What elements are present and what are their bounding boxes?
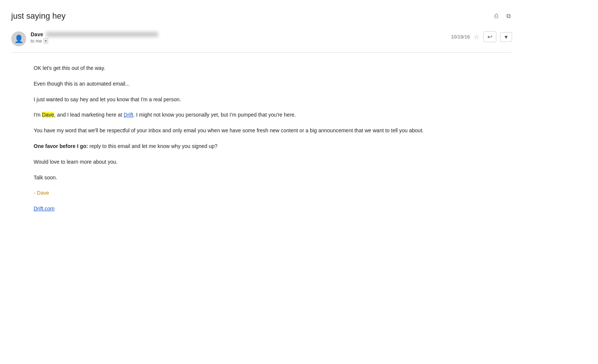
print-icon: ⎙ bbox=[494, 13, 498, 19]
sender-email-blurred bbox=[46, 32, 158, 37]
expand-icon: ⧉ bbox=[506, 13, 511, 19]
to-label: to me bbox=[31, 38, 42, 44]
p6-rest: reply to this email and let me know why … bbox=[88, 143, 217, 149]
chevron-down-icon: ▼ bbox=[503, 34, 509, 40]
signature-line-1: - Dave bbox=[34, 189, 512, 198]
p4-dave-highlighted: Dave bbox=[42, 112, 54, 118]
paragraph-2: Even though this is an automated email..… bbox=[34, 80, 512, 89]
p4-before: I'm bbox=[34, 112, 42, 118]
paragraph-5: You have my word that we'll be respectfu… bbox=[34, 126, 512, 135]
email-subject: just saying hey bbox=[11, 11, 66, 21]
more-actions-button[interactable]: ▼ bbox=[500, 32, 512, 42]
to-dropdown-button[interactable]: ▾ bbox=[43, 38, 48, 44]
print-button[interactable]: ⎙ bbox=[493, 12, 500, 20]
to-me-row: to me ▾ bbox=[31, 38, 158, 44]
star-button[interactable]: ☆ bbox=[474, 33, 480, 41]
paragraph-8: Talk soon. bbox=[34, 173, 512, 182]
drift-link[interactable]: Drift bbox=[124, 112, 133, 118]
subject-row: just saying hey ⎙ ⧉ bbox=[11, 7, 512, 27]
paragraph-1: OK let's get this out of the way. bbox=[34, 64, 512, 73]
p6-bold: One favor before I go: bbox=[34, 143, 88, 149]
p4-mid: , and I lead marketing here at bbox=[54, 112, 124, 118]
avatar: 👤 bbox=[11, 31, 26, 46]
sender-actions-right: 10/19/16 ☆ ↩ ▼ bbox=[451, 31, 512, 42]
sender-name-row: Dave bbox=[31, 31, 158, 37]
paragraph-3: I just wanted to say hey and let you kno… bbox=[34, 95, 512, 104]
star-icon: ☆ bbox=[474, 33, 480, 41]
sender-name: Dave bbox=[31, 31, 43, 37]
reply-button[interactable]: ↩ bbox=[483, 31, 496, 42]
avatar-person-icon: 👤 bbox=[14, 34, 24, 43]
email-date: 10/19/16 bbox=[451, 34, 470, 40]
reply-icon: ↩ bbox=[487, 33, 492, 40]
p4-after: . I might not know you personally yet, b… bbox=[133, 112, 296, 118]
sender-details: Dave to me ▾ bbox=[31, 31, 158, 44]
email-body: OK let's get this out of the way. Even t… bbox=[11, 56, 512, 228]
sender-info-left: 👤 Dave to me ▾ bbox=[11, 31, 158, 46]
signature-dave: - Dave bbox=[34, 190, 49, 196]
expand-button[interactable]: ⧉ bbox=[505, 12, 512, 20]
subject-actions: ⎙ ⧉ bbox=[493, 12, 512, 20]
signature-line-2: Drift.com bbox=[34, 204, 512, 213]
paragraph-6: One favor before I go: reply to this ema… bbox=[34, 142, 512, 151]
sender-row: 👤 Dave to me ▾ 10/19/16 ☆ ↩ bbox=[11, 27, 512, 53]
paragraph-7: Would love to learn more about you. bbox=[34, 158, 512, 167]
drift-com-link[interactable]: Drift.com bbox=[34, 206, 55, 212]
paragraph-4: I'm Dave, and I lead marketing here at D… bbox=[34, 111, 512, 120]
